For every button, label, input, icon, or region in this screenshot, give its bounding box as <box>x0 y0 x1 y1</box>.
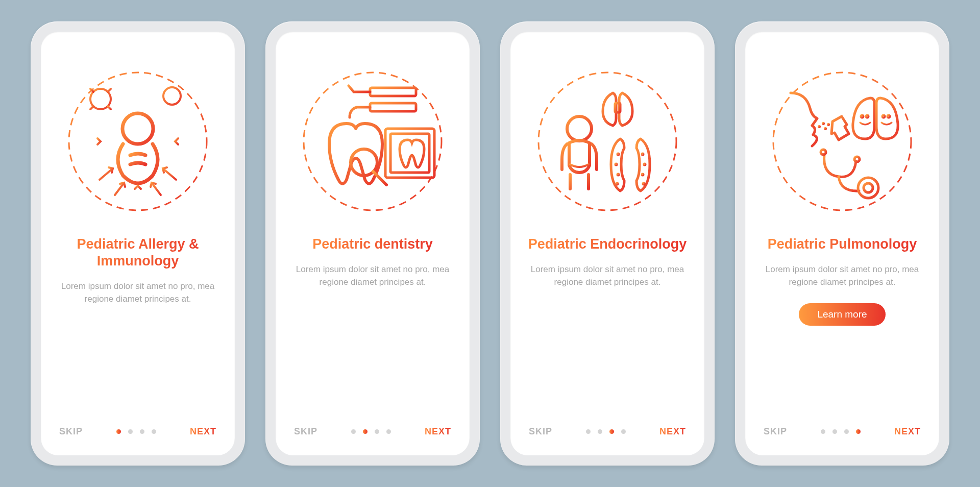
screen-description: Lorem ipsum dolor sit amet no pro, mea r… <box>56 280 219 306</box>
svg-point-43 <box>819 126 820 128</box>
skip-button[interactable]: SKIP <box>529 426 552 437</box>
svg-point-41 <box>643 183 645 185</box>
svg-point-11 <box>163 87 181 105</box>
page-indicator <box>116 429 156 434</box>
svg-point-49 <box>866 115 868 117</box>
svg-point-37 <box>616 183 618 185</box>
dentistry-icon <box>299 67 447 215</box>
svg-line-19 <box>163 168 176 180</box>
skip-button[interactable]: SKIP <box>764 426 787 437</box>
page-indicator <box>586 429 626 434</box>
page-dot <box>598 429 602 434</box>
svg-point-1 <box>122 113 153 144</box>
svg-line-9 <box>108 89 111 92</box>
svg-point-32 <box>567 116 592 141</box>
page-dot <box>128 429 133 434</box>
svg-line-8 <box>108 106 111 109</box>
onboarding-nav: SKIP NEXT <box>56 426 219 437</box>
svg-point-44 <box>823 123 824 125</box>
page-dot <box>152 429 156 434</box>
svg-point-38 <box>642 153 644 155</box>
onboarding-screen: Pediatric Endocrinology Lorem ipsum dolo… <box>510 32 704 455</box>
skip-button[interactable]: SKIP <box>59 426 83 437</box>
next-button[interactable]: NEXT <box>190 426 216 437</box>
learn-more-button[interactable]: Learn more <box>799 303 885 326</box>
svg-point-46 <box>828 124 829 126</box>
screen-title: Pediatric dentistry <box>312 236 433 253</box>
svg-point-55 <box>854 157 860 162</box>
page-dot <box>844 429 849 434</box>
page-dot <box>821 429 825 434</box>
onboarding-nav: SKIP NEXT <box>291 426 454 437</box>
svg-rect-29 <box>385 129 434 178</box>
onboarding-nav: SKIP NEXT <box>526 426 689 437</box>
onboarding-screen: Pediatric Pulmonology Lorem ipsum dolor … <box>745 32 939 455</box>
page-indicator <box>351 429 391 434</box>
page-dot <box>832 429 837 434</box>
page-dot <box>351 429 356 434</box>
page-dot <box>116 429 121 434</box>
page-dot <box>140 429 144 434</box>
screen-description: Lorem ipsum dolor sit amet no pro, mea r… <box>761 263 924 289</box>
page-dot <box>363 429 368 434</box>
svg-point-52 <box>858 178 878 198</box>
page-dot <box>386 429 391 434</box>
screen-title: Pediatric Pulmonology <box>768 236 917 253</box>
phone-frame: Pediatric Pulmonology Lorem ipsum dolor … <box>735 21 949 466</box>
svg-line-18 <box>100 168 113 180</box>
svg-rect-25 <box>370 103 416 111</box>
skip-button[interactable]: SKIP <box>294 426 317 437</box>
svg-line-10 <box>90 106 93 109</box>
svg-point-48 <box>861 115 863 117</box>
onboarding-screen: Pediatric Allergy & Immunology Lorem ips… <box>41 32 235 455</box>
svg-point-34 <box>617 153 619 155</box>
svg-rect-33 <box>615 103 620 112</box>
next-button[interactable]: NEXT <box>425 426 451 437</box>
screen-description: Lorem ipsum dolor sit amet no pro, mea r… <box>526 263 689 289</box>
phone-frame: Pediatric Endocrinology Lorem ipsum dolo… <box>500 21 715 466</box>
page-dot <box>375 429 379 434</box>
page-dot <box>856 429 861 434</box>
svg-point-40 <box>642 174 644 176</box>
screen-description: Lorem ipsum dolor sit amet no pro, mea r… <box>291 263 454 289</box>
svg-point-54 <box>821 150 826 155</box>
allergy-immunology-icon <box>64 67 212 215</box>
next-button[interactable]: NEXT <box>894 426 921 437</box>
page-dot <box>609 429 614 434</box>
svg-point-51 <box>888 115 890 117</box>
pulmonology-icon <box>768 67 916 215</box>
screen-title: Pediatric Allergy & Immunology <box>56 236 219 270</box>
svg-point-31 <box>538 72 676 210</box>
page-indicator <box>821 429 861 434</box>
next-button[interactable]: NEXT <box>659 426 686 437</box>
page-dot <box>621 429 626 434</box>
svg-rect-24 <box>370 88 416 96</box>
screen-title: Pediatric Endocrinology <box>528 236 687 253</box>
svg-point-35 <box>615 163 617 165</box>
onboarding-stage: Pediatric Allergy & Immunology Lorem ips… <box>31 21 949 466</box>
svg-point-39 <box>644 163 646 165</box>
svg-point-36 <box>617 174 619 176</box>
phone-frame: Pediatric dentistry Lorem ipsum dolor si… <box>265 21 480 466</box>
svg-point-45 <box>825 128 826 130</box>
onboarding-screen: Pediatric dentistry Lorem ipsum dolor si… <box>276 32 470 455</box>
endocrinology-icon <box>533 67 681 215</box>
onboarding-nav: SKIP NEXT <box>761 426 924 437</box>
svg-point-50 <box>883 115 885 117</box>
page-dot <box>586 429 591 434</box>
svg-point-53 <box>864 183 873 192</box>
phone-frame: Pediatric Allergy & Immunology Lorem ips… <box>31 21 245 466</box>
